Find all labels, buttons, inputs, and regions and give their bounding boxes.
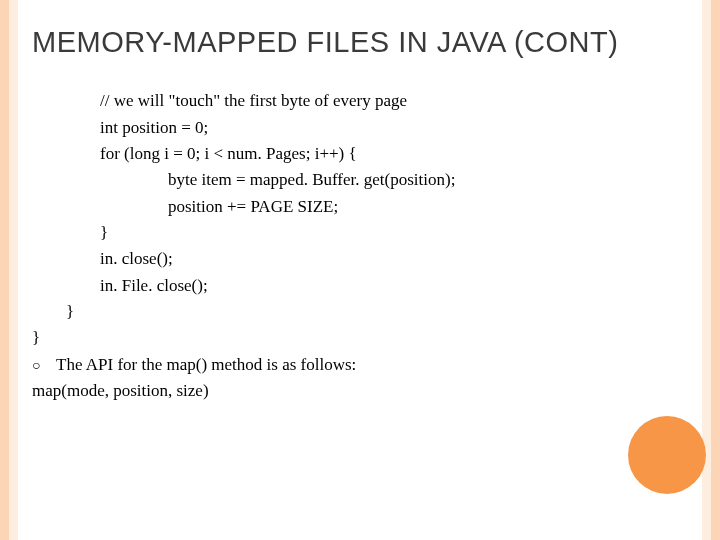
code-line: int position = 0;: [32, 115, 688, 141]
decor-stripe-right-outer: [711, 0, 720, 540]
slide-body: // we will "touch" the first byte of eve…: [32, 88, 688, 404]
bullet-text: The API for the map() method is as follo…: [56, 352, 688, 378]
decor-circle-icon: [628, 416, 706, 494]
decor-stripe-left-outer: [0, 0, 9, 540]
code-line: // we will "touch" the first byte of eve…: [32, 88, 688, 114]
code-line: in. File. close();: [32, 273, 688, 299]
code-line: }: [32, 299, 688, 325]
code-line: map(mode, position, size): [32, 378, 688, 404]
code-line: position += PAGE SIZE;: [32, 194, 688, 220]
code-line: }: [32, 220, 688, 246]
decor-stripe-left-inner: [9, 0, 18, 540]
code-line: }: [32, 325, 688, 351]
code-line: for (long i = 0; i < num. Pages; i++) {: [32, 141, 688, 167]
bullet-marker-icon: ○: [32, 354, 56, 376]
bullet-item: ○ The API for the map() method is as fol…: [32, 352, 688, 378]
code-line: in. close();: [32, 246, 688, 272]
code-line: byte item = mapped. Buffer. get(position…: [32, 167, 688, 193]
slide-content: MEMORY-MAPPED FILES IN JAVA (CONT) // we…: [32, 24, 688, 520]
slide-title: MEMORY-MAPPED FILES IN JAVA (CONT): [32, 24, 688, 60]
